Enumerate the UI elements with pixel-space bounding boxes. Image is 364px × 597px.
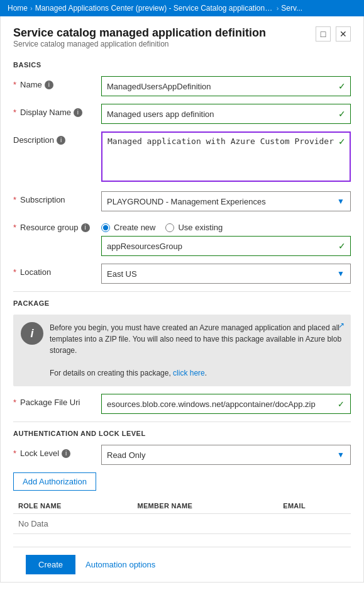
create-new-option[interactable]: Create new [101,223,155,232]
name-label: * Name i [13,76,101,89]
resource-group-label: * Resource group i [13,219,101,232]
resource-group-input-row: ✓ [13,236,351,256]
basics-section-label: BASICS [13,61,351,69]
info-box-container: i Before you begin, you must have create… [13,315,351,386]
close-button[interactable]: ✕ [336,26,351,42]
resource-group-info-icon[interactable]: i [81,223,90,232]
use-existing-option[interactable]: Use existing [165,223,223,232]
lock-level-required: * [13,449,16,458]
lock-level-row: * Lock Level i Read Only ▼ [13,445,351,465]
section-divider-1 [13,291,351,292]
resource-group-radio-group: Create new Use existing [101,219,223,232]
minimize-button[interactable]: □ [316,26,331,42]
subscription-select[interactable]: PLAYGROUND - Management Experiences [101,191,351,211]
package-uri-label: * Package File Uri [13,394,101,407]
info-box-text: Before you begin, you must have created … [50,322,343,379]
package-info-box: i Before you begin, you must have create… [13,315,351,386]
description-input-wrapper: Managed application with Azure Custom Pr… [101,131,351,184]
description-valid-icon: ✓ [338,137,346,147]
use-existing-radio[interactable] [165,223,174,232]
resource-group-input-wrapper: ✓ [101,236,351,256]
display-name-input[interactable] [101,104,351,124]
auth-table-header: ROLE NAME MEMBER NAME EMAIL [13,498,351,514]
description-row: Description i Managed application with A… [13,131,351,184]
create-new-radio[interactable] [101,223,110,232]
location-select-wrapper: East US ▼ [101,264,351,284]
subscription-select-wrapper: PLAYGROUND - Management Experiences ▼ [101,191,351,211]
package-uri-row: * Package File Uri ✓ [13,394,351,414]
description-info-icon[interactable]: i [57,136,65,145]
breadcrumb: Home › Managed Applications Center (prev… [0,0,364,16]
name-info-icon[interactable]: i [45,81,53,89]
panel-controls: □ ✕ [316,26,351,42]
lock-level-label: * Lock Level i [13,445,101,458]
col-role-name: ROLE NAME [13,498,132,514]
auth-section-label: AUTHENTICATION AND LOCK LEVEL [13,430,351,437]
resource-group-input[interactable] [101,236,351,256]
col-member-name: MEMBER NAME [132,498,278,514]
panel-title-area: Service catalog managed application defi… [13,26,266,59]
name-valid-icon: ✓ [338,81,346,91]
location-row: * Location East US ▼ [13,264,351,284]
package-uri-required: * [13,398,16,407]
info-box-link-text: For details on creating this package, cl… [50,369,207,377]
section-divider-2 [13,421,351,422]
package-uri-input[interactable] [101,394,351,414]
lock-level-info-icon[interactable]: i [62,449,70,458]
display-name-label: * Display Name i [13,104,101,117]
description-label: Description i [13,131,101,145]
package-uri-valid-icon: ✓ [338,399,345,409]
name-row: * Name i ✓ [13,76,351,96]
table-row: No Data [13,514,351,534]
page-title: Service catalog managed application defi… [13,26,266,40]
auth-table: ROLE NAME MEMBER NAME EMAIL No Data [13,498,351,534]
resource-group-section: * Resource group i Create new Use existi… [13,219,351,256]
package-uri-input-wrapper: ✓ [101,394,351,414]
page-subtitle: Service catalog managed application defi… [13,40,266,48]
name-required: * [13,80,16,89]
display-name-info-icon[interactable]: i [74,108,82,117]
no-data-cell: No Data [13,514,351,534]
external-link-icon[interactable]: ↗ [338,321,345,330]
info-box-icon: i [21,322,43,345]
subscription-row: * Subscription PLAYGROUND - Management E… [13,191,351,211]
breadcrumb-home[interactable]: Home [8,4,28,13]
name-input-wrapper: ✓ [101,76,351,96]
breadcrumb-sep-1: › [30,4,33,12]
resource-group-required: * [13,223,16,232]
location-select[interactable]: East US [101,264,351,284]
display-name-input-wrapper: ✓ [101,104,351,124]
breadcrumb-managed-apps[interactable]: Managed Applications Center (preview) - … [35,4,274,13]
add-authorization-button[interactable]: Add Authorization [13,472,96,491]
location-label: * Location [13,264,101,277]
resource-group-valid-icon: ✓ [338,241,346,251]
automation-options-link[interactable]: Automation options [85,560,155,569]
auth-section: Add Authorization ROLE NAME MEMBER NAME … [13,472,351,534]
description-textarea[interactable]: Managed application with Azure Custom Pr… [101,131,351,182]
col-email: EMAIL [278,498,351,514]
name-input[interactable] [101,76,351,96]
footer: Create Automation options [13,547,351,582]
resource-group-row: * Resource group i Create new Use existi… [13,219,351,232]
display-name-required: * [13,108,16,117]
lock-level-select[interactable]: Read Only [101,445,351,465]
display-name-valid-icon: ✓ [338,109,346,119]
create-button[interactable]: Create [26,555,75,574]
location-required: * [13,267,16,277]
info-box-link[interactable]: click here [173,369,205,377]
package-section-label: PACKAGE [13,299,351,307]
breadcrumb-sep-2: › [277,4,279,12]
subscription-required: * [13,195,16,204]
display-name-row: * Display Name i ✓ [13,104,351,124]
breadcrumb-current: Serv... [281,4,302,13]
lock-level-select-wrapper: Read Only ▼ [101,445,351,465]
auth-table-body: No Data [13,514,351,534]
main-panel: Service catalog managed application defi… [0,16,364,583]
subscription-label: * Subscription [13,191,101,204]
panel-header: Service catalog managed application defi… [13,26,351,59]
